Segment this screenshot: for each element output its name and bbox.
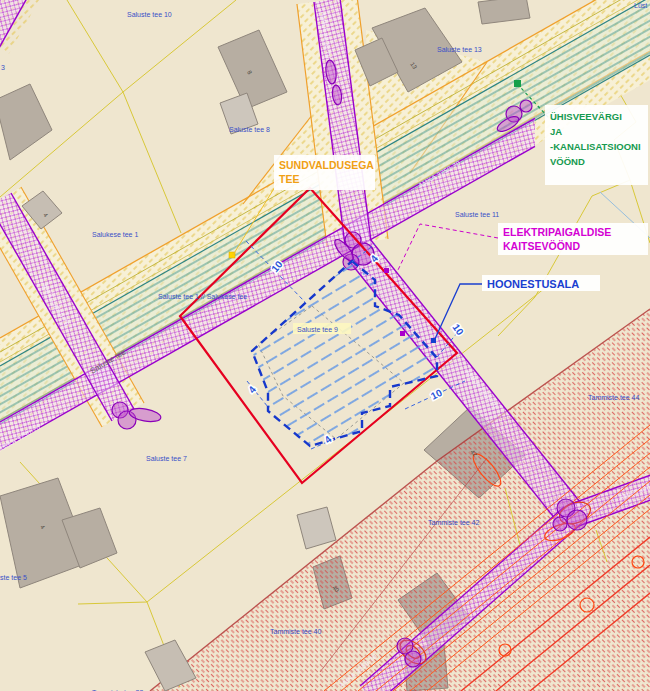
parcel-label: Salukese tee 1 [92,231,138,238]
parcel-label: Saluste tee 13 [437,46,482,53]
parcel-label: Tammiste tee 40 [270,628,321,635]
sundvaldus-label-line2: TEE [279,173,299,185]
dimension-label: 10 [450,322,466,338]
parcel-label: Saluste tee 11 [455,211,499,218]
water-leader-dot [514,80,521,87]
elektri-label-line2: KAITSEVÖÖND [503,240,580,252]
uvk-label-line2: JA [550,126,562,137]
parcel-label: Saluste tee 5 [0,574,27,581]
detail-plan-map: AMKA 3250-70AMKA 3250-70AMKA 3250-70AMKA… [0,0,650,691]
uvk-label-line3: -KANALISATSIOONI [550,141,641,152]
uvk-label-line4: VÖÖND [550,156,585,167]
parcel-label: 3 [1,64,5,71]
saluste9-label: Saluste tee 9 [297,326,338,333]
sundvaldus-label-line1: SUNDVALDUSEGA [279,159,374,171]
parcel-label: Saluste tee 7 [146,455,187,462]
pole-dot [384,268,389,273]
parcel-label: Saluste tee 1 // Salukese tee [158,293,247,300]
plan-map-canvas: AMKA 3250-70AMKA 3250-70AMKA 3250-70AMKA… [0,0,650,691]
hoonestusala-label: HOONESTUSALA [487,278,579,290]
parcel-label: Tammiste tee 42 [428,519,479,526]
parcel-label: Saluste tee 10 [127,11,172,18]
pole-dot [400,331,405,336]
parcel-label: Lüst [634,2,647,9]
uvk-label-line1: ÜHISVEEVÄRGI [550,111,622,122]
elektri-label-line1: ELEKTRIPAIGALDISE [503,226,611,238]
parcel-label: Saluste tee 8 [229,126,270,133]
dimension-label: 10 [429,387,444,402]
parcel-label: Tammiste tee 44 [588,394,639,401]
